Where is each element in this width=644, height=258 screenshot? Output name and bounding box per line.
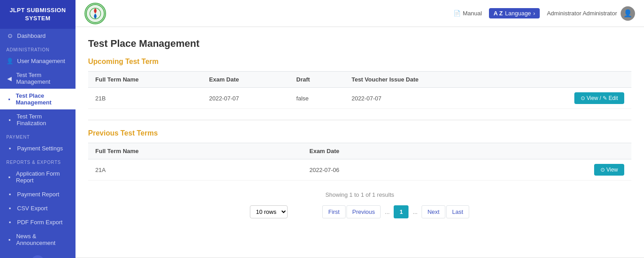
sidebar-collapse[interactable]: ‹ (0, 250, 76, 258)
upcoming-heading: Upcoming Test Term (88, 58, 631, 66)
sidebar-item-pdf-form-export[interactable]: ▪ PDF Form Export (0, 215, 76, 229)
page-dots-right: ... (409, 206, 421, 218)
upcoming-col-examdate: Exam Date (202, 72, 289, 88)
sidebar-item-label: Test Term Management (16, 72, 69, 85)
avatar: 👤 (621, 6, 635, 21)
prev-row-actions: ⊙ View (466, 159, 631, 181)
sidebar-item-label: User Management (17, 58, 65, 64)
sidebar-item-application-form-report[interactable]: ▪ Application Form Report (0, 167, 76, 187)
manual-icon: 📄 (453, 10, 461, 17)
upcoming-col-fullname: Full Term Name (88, 72, 202, 88)
last-page-button[interactable]: Last (446, 205, 469, 218)
eye-icon: ⊙ (581, 95, 585, 101)
next-page-button[interactable]: Next (422, 205, 445, 218)
pagination-row: 10 rows 25 rows 50 rows First Previous .… (250, 205, 469, 218)
sidebar-item-payment-settings[interactable]: ▪ Payment Settings (0, 141, 76, 155)
section-divider (88, 120, 631, 120)
previous-table: Full Term Name Exam Date 21A 2022-07-06 … (88, 143, 631, 181)
square-icon-2: ▪ (6, 117, 13, 123)
sidebar-item-label: Test Place Management (16, 92, 69, 106)
user-menu[interactable]: Administrator Administrator 👤 (547, 6, 635, 21)
sidebar-item-label: Dashboard (17, 32, 46, 39)
upcoming-row-actions: ⊙ View / ✎ Edit (505, 88, 631, 109)
topbar: 📄 Manual A Z Language › Administrator Ad… (76, 0, 644, 27)
sidebar-item-label: PDF Form Export (17, 219, 62, 226)
sidebar-item-label: Payment Settings (17, 145, 63, 152)
table-row: 21A 2022-07-06 ⊙ View (88, 159, 631, 181)
sidebar-item-news-announcement[interactable]: ▪ News & Announcement (0, 229, 76, 250)
manual-label: Manual (463, 10, 482, 17)
rows-per-page-select[interactable]: 10 rows 25 rows 50 rows (250, 205, 288, 218)
sidebar-item-label: Test Term Finalization (17, 113, 69, 127)
doc-icon-5: ▪ (6, 236, 13, 243)
sidebar-section-administration: ADMINISTRATION (0, 43, 76, 54)
upcoming-row-examdate: 2022-07-07 (202, 88, 289, 109)
sidebar-item-csv-export[interactable]: ▪ CSV Export (0, 201, 76, 215)
prev-col-actions (466, 143, 631, 159)
doc-icon-4: ▪ (6, 219, 13, 226)
previous-heading: Previous Test Terms (88, 129, 631, 137)
prev-row-examdate: 2022-07-06 (302, 159, 466, 181)
chevron-right-icon: › (533, 10, 535, 17)
user-label: Administrator Administrator (547, 10, 617, 17)
user-icon: 👤 (6, 58, 13, 64)
dashboard-icon: ⊙ (6, 32, 13, 39)
upcoming-col-actions (505, 72, 631, 88)
doc-icon: ▪ (6, 174, 13, 181)
app-title: JLPT SUBMISSION SYSTEM (0, 0, 76, 29)
sidebar-section-payment: PAYMENT (0, 130, 76, 141)
sidebar-item-payment-report[interactable]: ▪ Payment Report (0, 187, 76, 201)
upcoming-row-fullname: 21B (88, 88, 202, 109)
language-label: Language (505, 10, 531, 17)
eye-icon-2: ⊙ (600, 167, 605, 173)
sidebar-item-test-place-management[interactable]: ▪ Test Place Management (0, 89, 76, 109)
upcoming-row-draft: false (289, 88, 344, 109)
rows-select-area: 10 rows 25 rows 50 rows (250, 205, 288, 218)
table-row: 21B 2022-07-07 false 2022-07-07 ⊙ View /… (88, 88, 631, 109)
pagination-area: Showing 1 to 1 of 1 results 10 rows 25 r… (88, 191, 631, 218)
upcoming-table: Full Term Name Exam Date Draft Test Vouc… (88, 71, 631, 109)
logo-image (84, 3, 106, 24)
upcoming-col-draft: Draft (289, 72, 344, 88)
page-dots-left: ... (381, 206, 393, 218)
upcoming-row-voucherdate: 2022-07-07 (344, 88, 505, 109)
page-title: Test Place Management (88, 38, 631, 50)
square-icon: ▪ (6, 96, 12, 103)
sidebar-item-label: News & Announcement (16, 233, 69, 246)
sidebar-item-label: CSV Export (17, 205, 48, 212)
first-page-button[interactable]: First (322, 205, 345, 218)
arrow-icon: ◀ (6, 75, 13, 82)
sidebar-item-user-management[interactable]: 👤 User Management (0, 54, 76, 68)
sidebar-item-test-term-finalization[interactable]: ▪ Test Term Finalization (0, 109, 76, 130)
logo-area (84, 3, 106, 24)
prev-col-examdate: Exam Date (302, 143, 466, 159)
language-button[interactable]: A Z Language › (489, 8, 540, 18)
sidebar-item-label: Application Form Report (16, 170, 69, 184)
sidebar: JLPT SUBMISSION SYSTEM ⊙ Dashboard ADMIN… (0, 0, 76, 258)
sidebar-item-label: Payment Report (17, 191, 59, 198)
main-content: Test Place Management Upcoming Test Term… (76, 27, 644, 258)
view-button[interactable]: ⊙ View (594, 164, 624, 176)
pagination-info: Showing 1 to 1 of 1 results (325, 191, 394, 198)
collapse-button[interactable]: ‹ (31, 255, 44, 258)
view-edit-button[interactable]: ⊙ View / ✎ Edit (574, 92, 624, 104)
sidebar-item-dashboard[interactable]: ⊙ Dashboard (0, 29, 76, 43)
previous-page-button[interactable]: Previous (346, 205, 381, 218)
doc-icon-2: ▪ (6, 191, 13, 198)
upcoming-col-voucherdate: Test Voucher Issue Date (344, 72, 505, 88)
manual-link[interactable]: 📄 Manual (453, 10, 482, 17)
edit-icon: ✎ (603, 95, 607, 101)
doc-icon-3: ▪ (6, 205, 13, 212)
square-icon-3: ▪ (6, 145, 13, 152)
sidebar-item-test-term-management[interactable]: ◀ Test Term Management (0, 68, 76, 89)
language-icon: A Z (493, 10, 502, 17)
sidebar-section-reports: REPORTS & EXPORTS (0, 155, 76, 167)
page-1-button[interactable]: 1 (394, 205, 409, 218)
prev-col-fullname: Full Term Name (88, 143, 302, 159)
pagination-controls: First Previous ... 1 ... Next Last (322, 205, 469, 218)
prev-row-fullname: 21A (88, 159, 302, 181)
